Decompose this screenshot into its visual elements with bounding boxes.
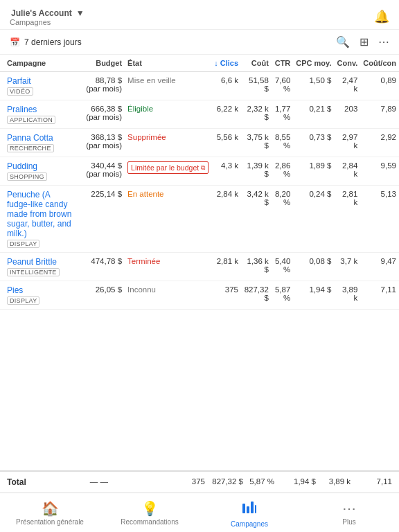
campagnes-icon xyxy=(242,500,257,519)
nav-label-campagnes: Campagnes xyxy=(231,520,268,528)
campaign-cpc: 0,21 $ xyxy=(293,100,334,129)
external-icon: ⧉ xyxy=(201,164,205,172)
campaign-status: Supprimée xyxy=(125,129,211,157)
date-bar-actions: 🔍 ⊞ ⋯ xyxy=(336,35,389,48)
campaign-conv: 3,89 k xyxy=(334,281,360,310)
campaign-cout-conv: 9,47 xyxy=(360,253,399,281)
col-conv: Conv. xyxy=(334,55,360,72)
total-etat xyxy=(111,477,170,487)
campaign-cpc: 0,24 $ xyxy=(293,186,334,253)
campaign-status: Éligible xyxy=(125,100,211,129)
total-ctr: 5,87 % xyxy=(246,477,277,487)
status-limited-badge: Limitée par le budget ⧉ xyxy=(127,161,209,174)
campaign-status: Terminée xyxy=(125,253,211,281)
campaign-ctr: 5,87 % xyxy=(272,281,293,310)
campaign-name-link[interactable]: Peanut Brittle xyxy=(7,257,57,267)
campaign-clics: 375 xyxy=(211,281,241,310)
nav-item-plus[interactable]: ⋯ Plus xyxy=(299,499,399,529)
campaign-conv: 2,47 k xyxy=(334,72,360,100)
campaign-status: En attente xyxy=(125,186,211,253)
campaign-cout: 2,32 k $ xyxy=(241,100,272,129)
calendar-icon: 📅 xyxy=(10,37,20,47)
campaign-cout: 51,58 $ xyxy=(241,72,272,100)
campaign-clics: 2,84 k xyxy=(211,186,241,253)
col-cout-conv: Coût/con xyxy=(360,55,399,72)
nav-item-recommendations[interactable]: 💡 Recommandations xyxy=(100,499,200,529)
campaign-clics: 5,56 k xyxy=(211,129,241,157)
total-bar: Total — — 375 827,32 $ 5,87 % 1,94 $ 3,8… xyxy=(0,470,399,493)
campaign-budget: 26,05 $ xyxy=(76,281,125,310)
nav-item-campagnes[interactable]: Campagnes xyxy=(200,499,299,529)
col-clics[interactable]: Clics xyxy=(211,55,241,72)
lightbulb-icon: 💡 xyxy=(141,500,159,517)
status-text: Mise en veille xyxy=(127,76,176,85)
campaign-name-link[interactable]: Penuche (A fudge-like candy made from br… xyxy=(7,190,71,238)
total-cout: 827,32 $ xyxy=(208,477,246,487)
campaign-budget: 474,78 $ xyxy=(76,253,125,281)
nav-label-overview: Présentation générale xyxy=(16,518,84,526)
campaign-status: Mise en veille xyxy=(125,72,211,100)
campaign-budget: 666,38 $(par mois) xyxy=(76,100,125,129)
total-cells: — — 375 827,32 $ 5,87 % 1,94 $ 3,89 k 7,… xyxy=(62,477,399,487)
campaign-ctr: 2,86 % xyxy=(272,157,293,186)
campaign-clics: 6,22 k xyxy=(211,100,241,129)
campaigns-table-container: Campagne Budget État Clics Coût CTR CPC … xyxy=(0,55,399,470)
search-icon[interactable]: 🔍 xyxy=(336,35,350,48)
campaign-cpc: 1,89 $ xyxy=(293,157,334,186)
total-label: Total xyxy=(0,477,62,487)
table-row: ParfaitVIDÉO88,78 $(par mois)Mise en vei… xyxy=(0,72,399,100)
campaign-name-link[interactable]: Pudding xyxy=(7,161,37,171)
total-conv: 3,89 k xyxy=(319,477,353,487)
campaign-cout: 3,42 k $ xyxy=(241,186,272,253)
bottom-nav: 🏠 Présentation générale 💡 Recommandation… xyxy=(0,493,399,532)
campaign-name-link[interactable]: Panna Cotta xyxy=(7,133,53,143)
col-cout: Coût xyxy=(241,55,272,72)
campaign-conv: 2,84 k xyxy=(334,157,360,186)
status-text: Éligible xyxy=(127,105,153,113)
account-name[interactable]: Julie's Account ▼ xyxy=(10,7,85,18)
campaign-status: Inconnu xyxy=(125,281,211,310)
date-bar-left[interactable]: 📅 7 derniers jours xyxy=(10,37,82,47)
col-etat: État xyxy=(125,55,211,72)
campaigns-table: Campagne Budget État Clics Coût CTR CPC … xyxy=(0,55,399,310)
campaign-ctr: 8,55 % xyxy=(272,129,293,157)
status-text: Inconnu xyxy=(127,285,156,294)
campaign-type-badge: SHOPPING xyxy=(7,172,47,181)
campaign-name-link[interactable]: Pralines xyxy=(7,105,37,114)
campaign-cpc: 0,08 $ xyxy=(293,253,334,281)
campaign-type-badge: RECHERCHE xyxy=(7,144,54,152)
campaign-cpc: 1,50 $ xyxy=(293,72,334,100)
campaign-budget: 368,13 $(par mois) xyxy=(76,129,125,157)
campaign-ctr: 8,20 % xyxy=(272,186,293,253)
campaign-name-link[interactable]: Pies xyxy=(7,285,23,295)
campaign-ctr: 7,60 % xyxy=(272,72,293,100)
campaign-cout-conv: 7,11 xyxy=(360,281,399,310)
header-right: 🔔 xyxy=(374,9,389,24)
nav-label-recommendations: Recommandations xyxy=(121,518,178,526)
nav-item-overview[interactable]: 🏠 Présentation générale xyxy=(0,499,100,529)
svg-rect-1 xyxy=(247,506,249,513)
subtitle: Campagnes xyxy=(10,18,85,26)
campaign-cell: Penuche (A fudge-like candy made from br… xyxy=(0,186,76,253)
table-body: ParfaitVIDÉO88,78 $(par mois)Mise en vei… xyxy=(0,72,399,310)
campaign-conv: 2,81 k xyxy=(334,186,360,253)
campaign-cout-conv: 2,92 xyxy=(360,129,399,157)
more-options-icon[interactable]: ⋯ xyxy=(378,35,389,48)
campaign-cell: PiesDISPLAY xyxy=(0,281,76,310)
bell-icon[interactable]: 🔔 xyxy=(374,10,389,24)
campaign-cell: PuddingSHOPPING xyxy=(0,157,76,186)
nav-label-plus: Plus xyxy=(342,518,355,526)
campaign-cell: Peanut BrittleINTELLIGENTE xyxy=(0,253,76,281)
columns-icon[interactable]: ⊞ xyxy=(360,35,369,48)
campaign-budget: 340,44 $(par mois) xyxy=(76,157,125,186)
campaign-clics: 4,3 k xyxy=(211,157,241,186)
total-cout-conv: 7,11 xyxy=(353,477,395,487)
svg-rect-0 xyxy=(242,504,245,513)
campaign-name-link[interactable]: Parfait xyxy=(7,76,31,86)
campaign-cell: PralinesAPPLICATION xyxy=(0,100,76,129)
campaign-cell: ParfaitVIDÉO xyxy=(0,72,76,100)
campaign-clics: 2,81 k xyxy=(211,253,241,281)
campaign-status: Limitée par le budget ⧉ xyxy=(125,157,211,186)
table-row: PiesDISPLAY26,05 $Inconnu375827,32 $5,87… xyxy=(0,281,399,310)
campaign-conv: 203 xyxy=(334,100,360,129)
